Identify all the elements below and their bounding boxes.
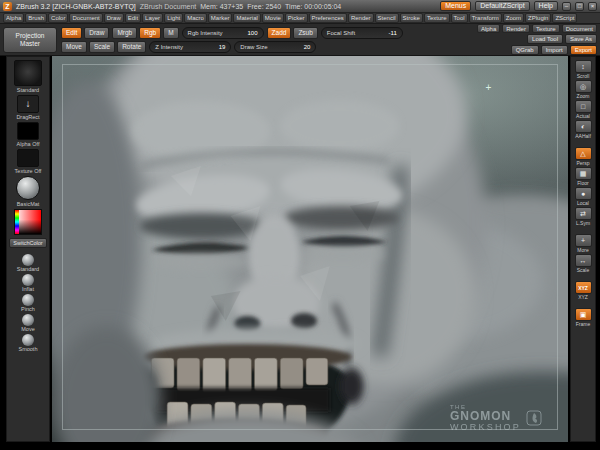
menu-zscript[interactable]: ZScript (552, 13, 577, 23)
menu-layer[interactable]: Layer (142, 13, 163, 23)
watermark-gnomon: GNOMON (450, 410, 521, 423)
quick-brush-pinch[interactable]: Pinch (21, 294, 35, 312)
right-shelf-actual[interactable]: □Actual (575, 100, 592, 119)
document-canvas[interactable]: + THE GNOMON WORKSHOP (52, 56, 568, 442)
menu-preferences[interactable]: Preferences (309, 13, 347, 23)
menu-movie[interactable]: Movie (262, 13, 284, 23)
color-picker[interactable] (14, 209, 42, 235)
menu-edit[interactable]: Edit (125, 13, 141, 23)
menu-transform[interactable]: Transform (469, 13, 502, 23)
quick-brush-smooth[interactable]: Smooth (19, 334, 38, 352)
focal-shift-label: Focal Shift (327, 30, 355, 36)
scale-icon: ↔ (575, 254, 592, 267)
maximize-icon[interactable]: □ (575, 2, 584, 11)
help-button[interactable]: Help (534, 1, 558, 11)
right-shelf-xyz[interactable]: XYZXYZ (575, 281, 592, 300)
menu-material[interactable]: Material (233, 13, 260, 23)
minimize-icon[interactable]: – (562, 2, 571, 11)
paint-mode-group: MrgbRgbM (112, 27, 178, 39)
right-shelf-label-local: Local (577, 200, 589, 206)
shelf-row-2: MoveScaleRotate Z Intensity 19 Draw Size… (61, 41, 403, 53)
quick-brush-inflat[interactable]: Inflat (22, 274, 34, 292)
import-button[interactable]: Import (541, 45, 568, 55)
menu-stencil[interactable]: Stencil (375, 13, 399, 23)
right-shelf-aahalf[interactable]: ◐AAHalf (575, 120, 592, 139)
draw-mode-button[interactable]: Draw (84, 27, 109, 39)
menu-light[interactable]: Light (164, 13, 183, 23)
quick-brush-label-standard: Standard (17, 266, 39, 272)
quick-brush-move[interactable]: Move (21, 314, 34, 332)
palette-tab-render[interactable]: Render (502, 24, 530, 33)
menu-draw[interactable]: Draw (104, 13, 124, 23)
menus-button[interactable]: Menus (440, 1, 471, 11)
texture-slot[interactable]: Texture Off (15, 149, 42, 174)
palette-tab-texture[interactable]: Texture (532, 24, 560, 33)
menu-render[interactable]: Render (348, 13, 374, 23)
export-button[interactable]: Export (570, 45, 597, 55)
right-shelf-persp[interactable]: △Persp (575, 147, 592, 166)
z-intensity-slider[interactable]: Z Intensity 19 (149, 41, 231, 53)
gnomon-logo-icon (526, 410, 542, 426)
draw-size-slider[interactable]: Draw Size 20 (234, 41, 316, 53)
menu-zplugin[interactable]: ZPlugin (525, 13, 551, 23)
qgrab-button[interactable]: QGrab (511, 45, 539, 55)
material-slot[interactable]: BasicMat (16, 176, 40, 207)
switch-color-button[interactable]: SwitchColor (9, 238, 46, 248)
quick-brush-standard[interactable]: Standard (17, 254, 39, 272)
menu-brush[interactable]: Brush (25, 13, 47, 23)
menu-marker[interactable]: Marker (208, 13, 233, 23)
default-zscript-button[interactable]: DefaultZScript (475, 1, 529, 11)
right-shelf-zoom[interactable]: ◎Zoom (575, 80, 592, 99)
menu-zoom[interactable]: Zoom (503, 13, 524, 23)
material-sphere-icon (16, 176, 40, 200)
actual-icon: □ (575, 100, 592, 113)
rgb-intensity-slider[interactable]: Rgb Intensity 100 (182, 27, 264, 39)
mrgb-paint-button[interactable]: Mrgb (112, 27, 137, 39)
right-shelf-floor[interactable]: ▦Floor (575, 167, 592, 186)
menu-picker[interactable]: Picker (285, 13, 308, 23)
alpha-slot[interactable]: Alpha Off (17, 122, 40, 147)
close-icon[interactable]: × (588, 2, 597, 11)
right-shelf-frame[interactable]: ▣Frame (575, 308, 592, 327)
zadd-sculpt-button[interactable]: Zadd (267, 27, 292, 39)
brush-slot[interactable]: Standard (14, 60, 42, 93)
document-title: ZBrush Document (140, 3, 196, 10)
right-shelf-l-sym[interactable]: ⇄L.Sym (575, 207, 592, 226)
right-shelf-scroll[interactable]: ↕Scroll (575, 60, 592, 79)
rgb-paint-button[interactable]: Rgb (139, 27, 161, 39)
edit-mode-button[interactable]: Edit (61, 27, 82, 39)
focal-shift-slider[interactable]: Focal Shift -11 (321, 27, 403, 39)
menu-document[interactable]: Document (69, 13, 102, 23)
palette-tab-alpha[interactable]: Alpha (477, 24, 500, 33)
z-intensity-label: Z Intensity (155, 44, 183, 50)
projection-master-button[interactable]: Projection Master (3, 27, 57, 53)
menu-stroke[interactable]: Stroke (400, 13, 423, 23)
rotate-mode-button[interactable]: Rotate (117, 41, 146, 53)
menu-macro[interactable]: Macro (184, 13, 207, 23)
quick-brushes: StandardInflatPinchMoveSmooth (17, 254, 39, 352)
m-paint-button[interactable]: M (163, 27, 178, 39)
palette-tabs: AlphaRenderTextureDocument (477, 24, 597, 33)
menu-bar: AlphaBrushColorDocumentDrawEditLayerLigh… (0, 12, 600, 24)
right-shelf-local[interactable]: ●Local (575, 187, 592, 206)
scale-mode-button[interactable]: Scale (89, 41, 115, 53)
move-mode-button[interactable]: Move (61, 41, 87, 53)
save-as-button[interactable]: Save As (565, 34, 597, 44)
draw-size-value: 20 (304, 44, 311, 50)
load-tool-button[interactable]: Load Tool (527, 34, 563, 44)
inflat-brush-icon (22, 274, 34, 286)
shelf-right: AlphaRenderTextureDocument Load ToolSave… (477, 24, 597, 55)
palette-tab-document[interactable]: Document (562, 24, 597, 33)
standard-brush-icon (22, 254, 34, 266)
menu-texture[interactable]: Texture (424, 13, 450, 23)
rgb-intensity-value: 100 (248, 30, 258, 36)
menu-alpha[interactable]: Alpha (3, 13, 24, 23)
stroke-slot[interactable]: ↓ DragRect (16, 95, 39, 120)
sculpt-model (52, 56, 568, 442)
zsub-sculpt-button[interactable]: Zsub (293, 27, 317, 39)
menu-tool[interactable]: Tool (451, 13, 468, 23)
right-shelf-scale[interactable]: ↔Scale (575, 254, 592, 273)
right-shelf-more[interactable]: +More (575, 234, 592, 253)
right-shelf-label-scroll: Scroll (577, 73, 590, 79)
menu-color[interactable]: Color (48, 13, 68, 23)
